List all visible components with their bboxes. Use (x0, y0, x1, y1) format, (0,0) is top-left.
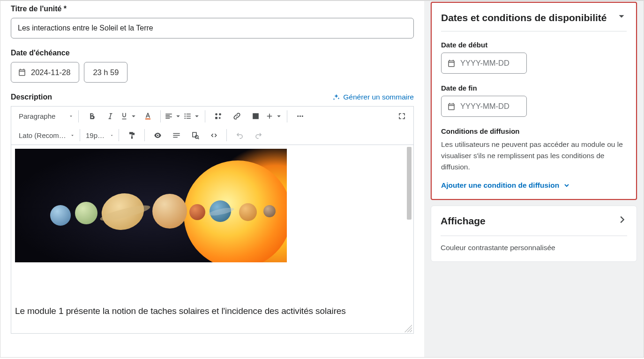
more-actions-button[interactable] (291, 108, 309, 124)
chevron-down-icon (110, 133, 114, 138)
svg-point-3 (185, 118, 186, 119)
editor-scrollbar[interactable] (407, 147, 412, 317)
sparkle-icon (332, 93, 340, 101)
chevron-down-icon (275, 112, 283, 121)
svg-point-10 (254, 114, 255, 115)
svg-point-15 (157, 134, 158, 136)
calendar-icon (18, 68, 26, 76)
underline-button[interactable] (120, 108, 138, 124)
format-painter-button[interactable] (123, 127, 141, 143)
svg-rect-14 (131, 136, 132, 138)
bold-button[interactable] (82, 108, 100, 124)
caret-down-icon[interactable] (616, 11, 627, 22)
availability-panel-title: Dates et conditions de disponibilité (441, 11, 607, 24)
insert-more-button[interactable] (265, 108, 283, 124)
accessibility-checker-button[interactable] (149, 127, 166, 143)
content-image[interactable] (15, 149, 287, 262)
end-date-label: Date de fin (441, 84, 627, 92)
svg-rect-4 (187, 114, 191, 115)
undo-button[interactable] (231, 127, 248, 143)
description-editor[interactable]: Paragraphe (11, 106, 414, 334)
svg-rect-6 (187, 118, 191, 119)
source-code-button[interactable] (205, 127, 223, 143)
chevron-right-icon[interactable] (617, 214, 627, 225)
chevron-down-icon (68, 114, 74, 119)
availability-panel: Dates et conditions de disponibilité Dat… (431, 2, 637, 200)
due-time-picker[interactable]: 23 h 59 (84, 62, 127, 83)
italic-button[interactable] (101, 108, 119, 124)
svg-rect-5 (187, 116, 191, 117)
description-body-text[interactable]: Le module 1 présente la notion de taches… (15, 305, 408, 318)
release-conditions-text: Les utilisateurs ne peuvent pas accéder … (441, 139, 627, 173)
generate-summary-button[interactable]: Générer un sommaire (332, 93, 414, 101)
svg-point-2 (185, 115, 186, 116)
due-date-label: Date d'échéance (11, 49, 414, 57)
insert-image-button[interactable] (247, 108, 264, 124)
insert-link-button[interactable] (228, 108, 246, 124)
chevron-down-icon (563, 182, 570, 189)
due-date-picker[interactable]: 2024-11-28 (11, 62, 79, 83)
start-date-label: Date de début (441, 41, 627, 49)
calendar-icon (447, 59, 456, 68)
word-count-button[interactable] (167, 127, 185, 143)
preview-button[interactable] (186, 127, 204, 143)
due-time-value: 23 h 59 (93, 68, 119, 77)
block-format-dropdown[interactable]: Paragraphe (14, 108, 77, 124)
svg-rect-9 (215, 117, 217, 119)
svg-point-8 (219, 113, 221, 115)
svg-point-12 (299, 115, 300, 117)
end-date-input[interactable] (441, 96, 527, 117)
font-size-dropdown[interactable]: 19px … (81, 127, 118, 143)
chevron-down-icon (70, 133, 75, 138)
resize-handle-icon[interactable] (404, 324, 412, 332)
font-family-dropdown[interactable]: Lato (Recom… (14, 127, 79, 143)
due-date-value: 2024-11-28 (31, 68, 70, 77)
svg-point-7 (215, 113, 217, 115)
fullscreen-button[interactable] (393, 108, 411, 124)
display-panel: Affichage Couleur contrastante personnal… (431, 206, 637, 261)
chevron-down-icon (193, 112, 201, 121)
release-conditions-heading: Conditions de diffusion (441, 127, 627, 135)
calendar-icon (447, 102, 456, 111)
display-panel-title: Affichage (441, 214, 486, 228)
svg-point-13 (301, 115, 303, 117)
unit-title-input[interactable] (11, 18, 414, 38)
insert-attachment-button[interactable] (209, 108, 227, 124)
chevron-down-icon (129, 112, 138, 121)
start-date-input[interactable] (441, 53, 527, 74)
chevron-down-icon (174, 112, 182, 121)
svg-point-1 (185, 114, 186, 115)
list-button[interactable] (183, 108, 201, 124)
description-label: Description (11, 93, 52, 101)
unit-title-label: Titre de l'unité * (11, 5, 414, 13)
svg-point-11 (297, 115, 299, 117)
contrast-color-text: Couleur contrastante personnalisée (441, 244, 627, 252)
svg-rect-0 (145, 118, 150, 119)
text-color-button[interactable] (139, 108, 157, 124)
align-button[interactable] (165, 108, 182, 124)
add-release-condition-button[interactable]: Ajouter une condition de diffusion (441, 181, 627, 190)
redo-button[interactable] (249, 127, 267, 143)
